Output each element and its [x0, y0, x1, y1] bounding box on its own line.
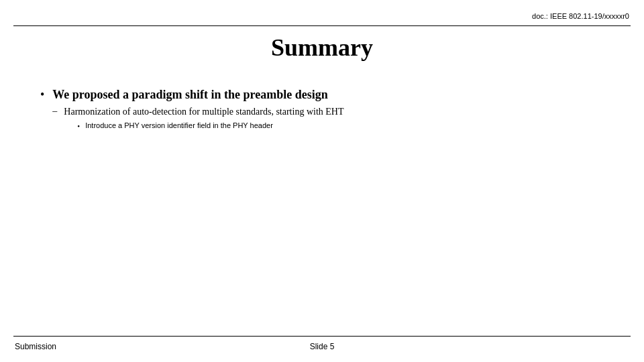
content-area: • We proposed a paradigm shift in the pr… [40, 87, 617, 139]
bullet-text-1: We proposed a paradigm shift in the prea… [52, 88, 327, 101]
doc-reference: doc.: IEEE 802.11-19/xxxxxr0 [532, 12, 629, 20]
sub-sub-bullet-list-1: • Introduce a PHY version identifier fie… [77, 121, 343, 131]
bullet-dot-1: • [40, 88, 44, 102]
sub-bullet-list-1: – Harmonization of auto-detection for mu… [52, 105, 343, 133]
slide: doc.: IEEE 802.11-19/xxxxxr0 Summary • W… [0, 0, 644, 362]
sub-sub-bullet-text-1: Introduce a PHY version identifier field… [85, 121, 273, 131]
sub-bullet-text-1: Harmonization of auto-detection for mult… [64, 107, 343, 117]
sub-sub-bullet-dot-1: • [77, 122, 80, 130]
sub-sub-bullet-item-1: • Introduce a PHY version identifier fie… [77, 121, 343, 131]
sub-bullet-item-1: – Harmonization of auto-detection for mu… [52, 105, 343, 133]
bullet-item-1: • We proposed a paradigm shift in the pr… [40, 87, 617, 135]
sub-bullet-dash-1: – [52, 106, 57, 117]
bottom-rule [13, 336, 631, 337]
footer-slide-number: Slide 5 [0, 342, 644, 351]
top-rule [13, 25, 631, 26]
slide-title: Summary [0, 34, 644, 62]
